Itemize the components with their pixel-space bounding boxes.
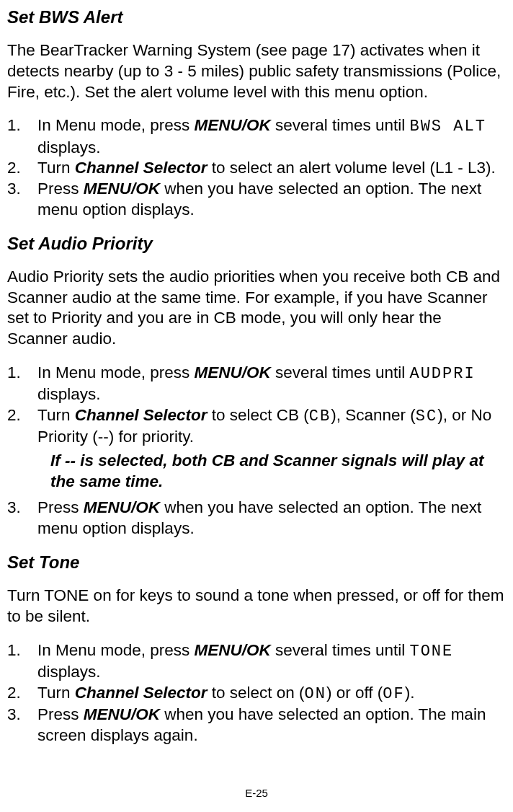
lcd-text: OF (383, 685, 404, 703)
step-body: Press MENU/OK when you have selected an … (37, 179, 506, 221)
text: In Menu mode, press (37, 116, 195, 134)
text: to select CB ( (208, 406, 309, 424)
step-number: 1. (7, 115, 37, 158)
lcd-text: TONE (409, 643, 453, 661)
menu-ok-label: MENU/OK (84, 498, 160, 516)
step-body: Turn Channel Selector to select an alert… (37, 158, 506, 179)
text: Press (37, 705, 84, 723)
menu-ok-label: MENU/OK (195, 363, 271, 381)
text: displays. (37, 385, 101, 403)
text: displays. (37, 663, 101, 681)
step-number: 2. (7, 683, 37, 705)
note-audio-priority: If -- is selected, both CB and Scanner s… (50, 451, 506, 493)
text: several times until (271, 116, 410, 134)
text: Press (37, 498, 84, 516)
step-number: 3. (7, 179, 37, 221)
text: ). (405, 684, 415, 702)
step-item: 2. Turn Channel Selector to select on (O… (7, 683, 506, 705)
steps-audio-priority: 1. In Menu mode, press MENU/OK several t… (7, 363, 506, 448)
step-body: Press MENU/OK when you have selected an … (37, 705, 506, 746)
step-item: 2. Turn Channel Selector to select CB (C… (7, 405, 506, 448)
text: several times until (271, 641, 410, 659)
lcd-text: SC (416, 407, 437, 425)
step-body: In Menu mode, press MENU/OK several time… (37, 115, 506, 158)
steps-set-tone: 1. In Menu mode, press MENU/OK several t… (7, 640, 506, 746)
text: Turn (37, 684, 75, 702)
text: ), Scanner ( (331, 406, 416, 424)
intro-bws-alert: The BearTracker Warning System (see page… (7, 40, 506, 102)
menu-ok-label: MENU/OK (195, 641, 271, 659)
text: several times until (271, 363, 410, 381)
text: to select an alert volume level (L1 - L3… (208, 159, 496, 177)
text: to select on ( (208, 684, 305, 702)
channel-selector-label: Channel Selector (75, 684, 208, 702)
page-number: E-25 (0, 787, 513, 799)
step-number: 2. (7, 405, 37, 448)
step-item: 2. Turn Channel Selector to select an al… (7, 158, 506, 179)
text: Press (37, 180, 84, 198)
channel-selector-label: Channel Selector (75, 406, 208, 424)
menu-ok-label: MENU/OK (84, 180, 160, 198)
channel-selector-label: Channel Selector (75, 159, 208, 177)
step-item: 1. In Menu mode, press MENU/OK several t… (7, 115, 506, 158)
step-number: 1. (7, 363, 37, 405)
step-item: 1. In Menu mode, press MENU/OK several t… (7, 363, 506, 405)
text: displays. (37, 138, 101, 156)
text: In Menu mode, press (37, 641, 195, 659)
step-number: 3. (7, 705, 37, 746)
heading-audio-priority: Set Audio Priority (7, 234, 506, 254)
step-body: Turn Channel Selector to select on (ON) … (37, 683, 506, 705)
step-number: 1. (7, 640, 37, 683)
intro-audio-priority: Audio Priority sets the audio priorities… (7, 267, 506, 350)
text: ) or off ( (326, 684, 383, 702)
step-item: 3. Press MENU/OK when you have selected … (7, 498, 506, 539)
step-item: 1. In Menu mode, press MENU/OK several t… (7, 640, 506, 683)
menu-ok-label: MENU/OK (84, 705, 160, 723)
lcd-text: AUDPRI (409, 365, 475, 383)
step-number: 2. (7, 158, 37, 179)
lcd-text: ON (305, 685, 326, 703)
step-body: In Menu mode, press MENU/OK several time… (37, 363, 506, 405)
menu-ok-label: MENU/OK (195, 116, 271, 134)
step-body: Turn Channel Selector to select CB (CB),… (37, 405, 506, 448)
lcd-text: BWS ALT (409, 118, 486, 136)
step-item: 3. Press MENU/OK when you have selected … (7, 179, 506, 221)
steps-audio-priority-cont: 3. Press MENU/OK when you have selected … (7, 498, 506, 539)
text: In Menu mode, press (37, 363, 195, 381)
step-body: In Menu mode, press MENU/OK several time… (37, 640, 506, 683)
step-number: 3. (7, 498, 37, 539)
steps-bws-alert: 1. In Menu mode, press MENU/OK several t… (7, 115, 506, 220)
text: Turn (37, 406, 75, 424)
text: Turn (37, 159, 75, 177)
step-item: 3. Press MENU/OK when you have selected … (7, 705, 506, 746)
heading-bws-alert: Set BWS Alert (7, 7, 506, 27)
lcd-text: CB (309, 407, 331, 425)
heading-set-tone: Set Tone (7, 552, 506, 573)
page: Set BWS Alert The BearTracker Warning Sy… (0, 0, 513, 812)
intro-set-tone: Turn TONE on for keys to sound a tone wh… (7, 586, 506, 627)
step-body: Press MENU/OK when you have selected an … (37, 498, 506, 539)
